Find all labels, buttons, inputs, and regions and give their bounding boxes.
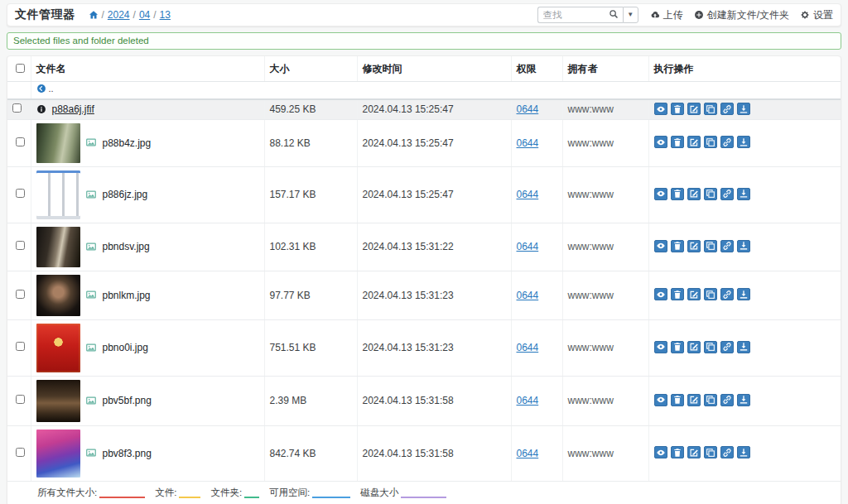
download-button[interactable] xyxy=(737,188,750,200)
download-button[interactable] xyxy=(737,394,750,406)
select-all-checkbox[interactable] xyxy=(16,64,25,73)
copy-button[interactable] xyxy=(704,136,717,148)
delete-button[interactable] xyxy=(671,136,684,148)
edit-icon xyxy=(689,290,699,300)
delete-button[interactable] xyxy=(671,103,684,115)
permissions-link[interactable]: 0644 xyxy=(517,137,539,149)
search-options-button[interactable]: ▼ xyxy=(623,7,638,23)
permissions-link[interactable]: 0644 xyxy=(517,290,539,301)
permissions-link[interactable]: 0644 xyxy=(517,448,539,459)
row-checkbox[interactable] xyxy=(16,241,25,250)
delete-button[interactable] xyxy=(671,394,684,406)
download-button[interactable] xyxy=(737,240,750,252)
row-checkbox[interactable] xyxy=(16,189,25,198)
download-button[interactable] xyxy=(737,288,750,300)
row-checkbox[interactable] xyxy=(16,137,25,146)
stat-label: 磁盘大小 xyxy=(360,487,398,499)
upload-button[interactable]: 上传 xyxy=(650,8,683,22)
preview-button[interactable] xyxy=(654,103,667,115)
preview-button[interactable] xyxy=(654,288,667,300)
permissions-link[interactable]: 0644 xyxy=(517,241,539,252)
copy-button[interactable] xyxy=(704,188,717,200)
copy-button[interactable] xyxy=(704,394,717,406)
copy-button[interactable] xyxy=(704,341,717,353)
file-name-link[interactable]: pbv5bf.png xyxy=(103,395,152,406)
delete-button[interactable] xyxy=(671,240,684,252)
preview-button[interactable] xyxy=(654,394,667,406)
image-icon xyxy=(86,190,97,200)
file-name-link[interactable]: p886jz.jpg xyxy=(103,189,148,200)
download-icon xyxy=(739,448,749,458)
rename-button[interactable] xyxy=(687,446,701,458)
settings-button[interactable]: 设置 xyxy=(800,8,833,22)
download-button[interactable] xyxy=(737,103,750,115)
file-name-link[interactable]: pbnlkm.jpg xyxy=(103,290,151,301)
permissions-link[interactable]: 0644 xyxy=(517,189,539,200)
rename-button[interactable] xyxy=(687,103,701,115)
breadcrumb-link-13[interactable]: 13 xyxy=(160,9,171,21)
breadcrumb-link-2024[interactable]: 2024 xyxy=(108,9,130,21)
direct-link-button[interactable] xyxy=(720,103,734,115)
copy-button[interactable] xyxy=(704,240,717,252)
new-item-button[interactable]: 创建新文件/文件夹 xyxy=(694,8,789,22)
preview-button[interactable] xyxy=(654,446,667,458)
direct-link-button[interactable] xyxy=(720,394,734,406)
file-thumbnail[interactable] xyxy=(36,380,80,422)
download-button[interactable] xyxy=(737,446,750,458)
preview-button[interactable] xyxy=(654,188,667,200)
delete-button[interactable] xyxy=(671,446,684,458)
rename-button[interactable] xyxy=(687,136,701,148)
stat-value-underline xyxy=(244,487,259,498)
home-icon-link[interactable] xyxy=(89,10,99,20)
rename-button[interactable] xyxy=(687,341,701,353)
file-thumbnail[interactable] xyxy=(36,275,80,316)
preview-button[interactable] xyxy=(654,341,667,353)
direct-link-button[interactable] xyxy=(720,136,734,148)
permissions-link[interactable]: 0644 xyxy=(517,103,539,115)
breadcrumb-link-04[interactable]: 04 xyxy=(139,9,150,21)
preview-button[interactable] xyxy=(654,136,667,148)
permissions-link[interactable]: 0644 xyxy=(517,395,539,406)
file-thumbnail[interactable] xyxy=(36,324,80,372)
direct-link-button[interactable] xyxy=(720,188,734,200)
file-thumbnail[interactable] xyxy=(36,430,80,478)
stat-value-underline xyxy=(401,487,446,498)
file-name-link[interactable]: pbno0i.jpg xyxy=(103,342,148,353)
file-actions-cell xyxy=(648,425,841,481)
copy-button[interactable] xyxy=(704,288,717,300)
file-modified-time: 2024.04.13 15:25:47 xyxy=(357,99,511,119)
row-checkbox[interactable] xyxy=(16,395,25,404)
direct-link-button[interactable] xyxy=(720,341,734,353)
file-name-link[interactable]: pbndsv.jpg xyxy=(103,241,150,252)
delete-button[interactable] xyxy=(671,288,684,300)
rename-button[interactable] xyxy=(687,288,701,300)
link-icon xyxy=(722,104,732,114)
row-checkbox[interactable] xyxy=(12,103,22,113)
delete-button[interactable] xyxy=(671,341,684,353)
copy-button[interactable] xyxy=(704,103,717,115)
row-checkbox[interactable] xyxy=(16,342,25,351)
copy-button[interactable] xyxy=(704,446,717,458)
preview-button[interactable] xyxy=(654,240,667,252)
permissions-link[interactable]: 0644 xyxy=(517,342,539,353)
rename-button[interactable] xyxy=(687,188,701,200)
parent-directory-link[interactable]: .. xyxy=(36,84,54,94)
file-name-link[interactable]: p88b4z.jpg xyxy=(103,137,152,149)
direct-link-button[interactable] xyxy=(720,240,734,252)
row-checkbox[interactable] xyxy=(16,290,25,299)
delete-button[interactable] xyxy=(671,188,684,200)
row-checkbox[interactable] xyxy=(16,448,25,457)
file-thumbnail[interactable] xyxy=(36,227,80,267)
direct-link-button[interactable] xyxy=(720,446,734,458)
file-name-link[interactable]: p88a6j.jfif xyxy=(52,103,94,115)
rename-button[interactable] xyxy=(687,394,701,406)
direct-link-button[interactable] xyxy=(720,288,734,300)
file-thumbnail[interactable] xyxy=(36,123,80,163)
stat-label: 可用空间: xyxy=(269,487,310,499)
rename-button[interactable] xyxy=(687,240,701,252)
download-icon xyxy=(739,395,749,405)
file-thumbnail[interactable] xyxy=(36,170,80,219)
download-button[interactable] xyxy=(737,136,750,148)
download-button[interactable] xyxy=(737,341,750,353)
file-name-link[interactable]: pbv8f3.png xyxy=(103,448,152,459)
